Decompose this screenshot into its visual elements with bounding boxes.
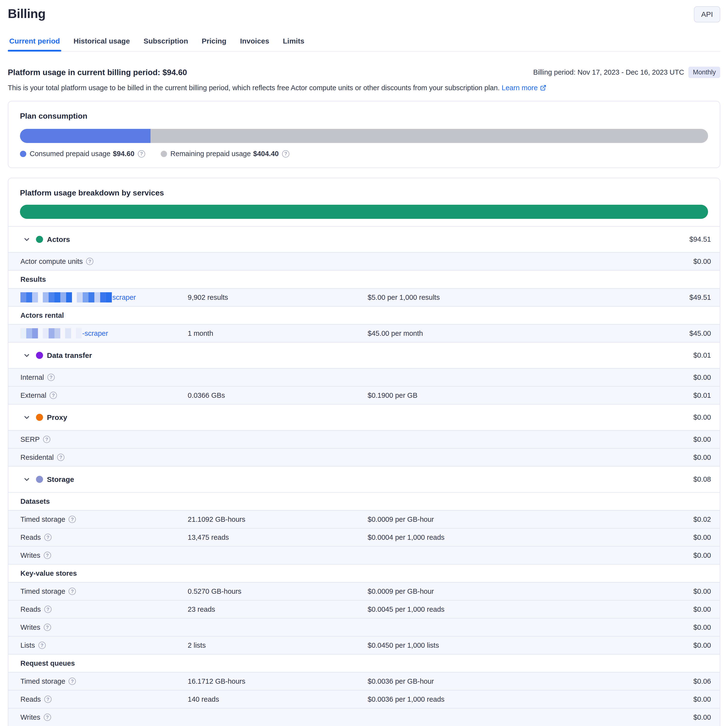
plan-consumption-title: Plan consumption [20, 112, 708, 121]
section-amount: $0.01 [693, 352, 711, 359]
help-icon[interactable]: ? [86, 258, 93, 265]
row-label-text: SERP [20, 436, 40, 443]
help-icon[interactable]: ? [38, 642, 46, 649]
actor-link[interactable]: scraper [112, 293, 136, 301]
consumed-dot-icon [20, 151, 26, 157]
help-icon[interactable]: ? [44, 534, 52, 541]
row-label: Reads? [20, 533, 188, 541]
row-label: -scraper [20, 328, 188, 338]
help-icon[interactable]: ? [44, 552, 51, 559]
row-label-text: Writes [20, 624, 40, 631]
usage-row-actor-compute-units: Actor compute units?$0.00 [8, 252, 720, 270]
usage-description: This is your total platform usage to be … [8, 83, 720, 92]
row-label-text: Internal [20, 373, 44, 382]
row-amount: $0.02 [693, 515, 711, 523]
tab-pricing[interactable]: Pricing [200, 37, 228, 51]
breakdown-title: Platform usage breakdown by services [20, 188, 708, 197]
tab-current-period[interactable]: Current period [8, 37, 61, 51]
row-amount: $0.00 [693, 587, 711, 595]
section-row-proxy[interactable]: Proxy$0.00 [8, 404, 720, 430]
remaining-legend-item: Remaining prepaid usage $404.40 ? [161, 150, 289, 158]
learn-more-link[interactable]: Learn more [502, 83, 546, 92]
remaining-dot-icon [161, 151, 167, 157]
tab-historical-usage[interactable]: Historical usage [72, 37, 131, 51]
usage-row-external: External?0.0366 GBs$0.1900 per GB$0.01 [8, 386, 720, 404]
row-label: Writes? [20, 552, 188, 559]
subsection-row-request-queues: Request queues [8, 654, 720, 672]
row-label-text: Reads [20, 605, 41, 613]
billing-period-label: Billing period: Nov 17, 2023 - Dec 16, 2… [533, 68, 684, 76]
usage-row-writes: Writes?$0.00 [8, 618, 720, 636]
usage-row-writes: Writes?$0.00 [8, 708, 720, 726]
storage-dot-icon [36, 476, 43, 483]
section-row-storage[interactable]: Storage$0.08 [8, 466, 720, 492]
row-label: Timed storage? [20, 515, 188, 523]
usage-row-timed-storage: Timed storage?16.1712 GB-hours$0.0036 pe… [8, 672, 720, 690]
help-icon[interactable]: ? [69, 678, 76, 685]
row-label-text: Reads [20, 695, 41, 703]
help-icon[interactable]: ? [44, 606, 52, 613]
row-unit-price: $0.0009 per GB-hour [368, 515, 693, 523]
row-label: Timed storage? [20, 587, 188, 595]
row-unit-price: $0.0036 per 1,000 reads [368, 695, 693, 703]
row-label: Actor compute units? [20, 257, 188, 266]
row-label: Lists? [20, 641, 188, 650]
help-icon[interactable]: ? [47, 374, 55, 381]
usage-row-scraper: scraper9,902 results$5.00 per 1,000 resu… [8, 288, 720, 306]
usage-description-text: This is your total platform usage to be … [8, 84, 500, 92]
help-icon[interactable]: ? [138, 150, 145, 157]
section-label: Storage [47, 475, 74, 484]
usage-row-timed-storage: Timed storage?0.5270 GB-hours$0.0009 per… [8, 582, 720, 600]
row-amount: $0.00 [693, 257, 711, 266]
redacted-actor-name [20, 328, 82, 338]
section-amount: $0.00 [693, 413, 711, 421]
help-icon[interactable]: ? [57, 454, 64, 461]
row-label-text: Timed storage [20, 677, 65, 685]
consumed-legend-item: Consumed prepaid usage $94.60 ? [20, 150, 145, 158]
row-quantity: 140 reads [188, 695, 368, 703]
proxy-dot-icon [36, 414, 43, 421]
tab-limits[interactable]: Limits [281, 37, 306, 51]
row-label-text: Reads [20, 533, 41, 541]
row-label-text: Residental [20, 454, 54, 462]
usage-distribution-bar [20, 205, 708, 219]
section-label: Actors [47, 235, 70, 244]
redacted-actor-name [20, 292, 112, 303]
subsection-label: Actors rental [20, 312, 64, 319]
help-icon[interactable]: ? [44, 714, 51, 721]
help-icon[interactable]: ? [44, 624, 51, 631]
help-icon[interactable]: ? [50, 392, 57, 399]
tab-invoices[interactable]: Invoices [239, 37, 271, 51]
row-amount: $0.01 [693, 391, 711, 399]
row-label: External? [20, 391, 188, 399]
page-header: Billing API [8, 6, 720, 30]
help-icon[interactable]: ? [69, 588, 76, 595]
plan-consumption-card: Plan consumption Consumed prepaid usage … [8, 101, 720, 168]
row-label-text: Actor compute units [20, 257, 83, 266]
usage-breakdown-card: Platform usage breakdown by services Act… [8, 178, 720, 726]
chevron-down-icon [23, 235, 31, 243]
page-title: Billing [8, 6, 720, 21]
usage-row-residental: Residental?$0.00 [8, 448, 720, 466]
usage-row-serp: SERP?$0.00 [8, 430, 720, 448]
actor-link[interactable]: -scraper [82, 329, 108, 338]
row-amount: $45.00 [689, 329, 711, 338]
section-row-actors[interactable]: Actors$94.51 [8, 226, 720, 252]
row-label: scraper [20, 292, 188, 303]
help-icon[interactable]: ? [43, 436, 50, 443]
section-row-data-transfer[interactable]: Data transfer$0.01 [8, 342, 720, 368]
row-quantity: 0.5270 GB-hours [188, 587, 368, 595]
row-label: SERP? [20, 436, 188, 443]
subsection-label: Datasets [20, 497, 50, 506]
help-icon[interactable]: ? [44, 695, 52, 703]
row-amount: $0.00 [693, 552, 711, 559]
row-amount: $0.00 [693, 533, 711, 541]
tab-subscription[interactable]: Subscription [142, 37, 190, 51]
plan-progress-fill [20, 129, 150, 143]
help-icon[interactable]: ? [282, 150, 289, 157]
api-button[interactable]: API [694, 6, 720, 22]
subsection-label: Key-value stores [20, 569, 77, 578]
help-icon[interactable]: ? [69, 516, 76, 523]
row-label: Reads? [20, 605, 188, 613]
row-unit-price: $0.1900 per GB [368, 391, 693, 399]
